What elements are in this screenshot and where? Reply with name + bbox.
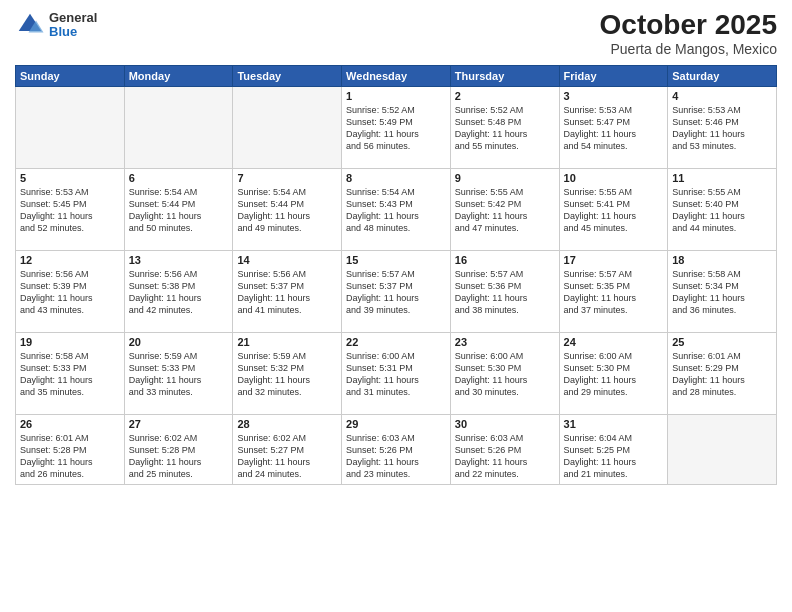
day-info: Sunrise: 5:54 AM Sunset: 5:43 PM Dayligh… — [346, 186, 446, 235]
day-info: Sunrise: 5:59 AM Sunset: 5:33 PM Dayligh… — [129, 350, 229, 399]
day-number: 21 — [237, 336, 337, 348]
weekday-header-sunday: Sunday — [16, 65, 125, 86]
day-info: Sunrise: 5:55 AM Sunset: 5:40 PM Dayligh… — [672, 186, 772, 235]
calendar-cell: 23Sunrise: 6:00 AM Sunset: 5:30 PM Dayli… — [450, 332, 559, 414]
calendar-cell: 9Sunrise: 5:55 AM Sunset: 5:42 PM Daylig… — [450, 168, 559, 250]
day-info: Sunrise: 6:03 AM Sunset: 5:26 PM Dayligh… — [455, 432, 555, 481]
day-info: Sunrise: 6:02 AM Sunset: 5:28 PM Dayligh… — [129, 432, 229, 481]
calendar-cell: 21Sunrise: 5:59 AM Sunset: 5:32 PM Dayli… — [233, 332, 342, 414]
weekday-header-thursday: Thursday — [450, 65, 559, 86]
day-number: 2 — [455, 90, 555, 102]
day-number: 28 — [237, 418, 337, 430]
day-info: Sunrise: 5:56 AM Sunset: 5:39 PM Dayligh… — [20, 268, 120, 317]
calendar-cell: 27Sunrise: 6:02 AM Sunset: 5:28 PM Dayli… — [124, 414, 233, 484]
calendar-cell: 15Sunrise: 5:57 AM Sunset: 5:37 PM Dayli… — [342, 250, 451, 332]
day-info: Sunrise: 6:00 AM Sunset: 5:31 PM Dayligh… — [346, 350, 446, 399]
logo-blue: Blue — [49, 25, 97, 39]
day-info: Sunrise: 5:55 AM Sunset: 5:42 PM Dayligh… — [455, 186, 555, 235]
calendar-cell: 26Sunrise: 6:01 AM Sunset: 5:28 PM Dayli… — [16, 414, 125, 484]
day-info: Sunrise: 6:00 AM Sunset: 5:30 PM Dayligh… — [455, 350, 555, 399]
calendar-cell: 12Sunrise: 5:56 AM Sunset: 5:39 PM Dayli… — [16, 250, 125, 332]
day-number: 24 — [564, 336, 664, 348]
calendar-cell: 4Sunrise: 5:53 AM Sunset: 5:46 PM Daylig… — [668, 86, 777, 168]
calendar-cell: 10Sunrise: 5:55 AM Sunset: 5:41 PM Dayli… — [559, 168, 668, 250]
calendar-cell: 3Sunrise: 5:53 AM Sunset: 5:47 PM Daylig… — [559, 86, 668, 168]
calendar-cell — [124, 86, 233, 168]
week-row-5: 26Sunrise: 6:01 AM Sunset: 5:28 PM Dayli… — [16, 414, 777, 484]
day-info: Sunrise: 5:54 AM Sunset: 5:44 PM Dayligh… — [129, 186, 229, 235]
day-number: 10 — [564, 172, 664, 184]
day-number: 31 — [564, 418, 664, 430]
calendar-cell — [233, 86, 342, 168]
calendar: SundayMondayTuesdayWednesdayThursdayFrid… — [15, 65, 777, 485]
day-number: 15 — [346, 254, 446, 266]
week-row-1: 1Sunrise: 5:52 AM Sunset: 5:49 PM Daylig… — [16, 86, 777, 168]
month-title: October 2025 — [600, 10, 777, 41]
day-info: Sunrise: 5:52 AM Sunset: 5:49 PM Dayligh… — [346, 104, 446, 153]
day-info: Sunrise: 5:57 AM Sunset: 5:35 PM Dayligh… — [564, 268, 664, 317]
day-number: 16 — [455, 254, 555, 266]
location-title: Puerta de Mangos, Mexico — [600, 41, 777, 57]
day-number: 26 — [20, 418, 120, 430]
day-number: 14 — [237, 254, 337, 266]
calendar-cell: 8Sunrise: 5:54 AM Sunset: 5:43 PM Daylig… — [342, 168, 451, 250]
day-number: 27 — [129, 418, 229, 430]
day-info: Sunrise: 6:04 AM Sunset: 5:25 PM Dayligh… — [564, 432, 664, 481]
week-row-3: 12Sunrise: 5:56 AM Sunset: 5:39 PM Dayli… — [16, 250, 777, 332]
day-number: 25 — [672, 336, 772, 348]
weekday-header-saturday: Saturday — [668, 65, 777, 86]
day-number: 22 — [346, 336, 446, 348]
day-info: Sunrise: 5:56 AM Sunset: 5:37 PM Dayligh… — [237, 268, 337, 317]
day-number: 29 — [346, 418, 446, 430]
day-info: Sunrise: 5:57 AM Sunset: 5:36 PM Dayligh… — [455, 268, 555, 317]
logo-general: General — [49, 11, 97, 25]
calendar-cell: 16Sunrise: 5:57 AM Sunset: 5:36 PM Dayli… — [450, 250, 559, 332]
calendar-cell: 2Sunrise: 5:52 AM Sunset: 5:48 PM Daylig… — [450, 86, 559, 168]
week-row-4: 19Sunrise: 5:58 AM Sunset: 5:33 PM Dayli… — [16, 332, 777, 414]
day-info: Sunrise: 5:57 AM Sunset: 5:37 PM Dayligh… — [346, 268, 446, 317]
calendar-cell: 20Sunrise: 5:59 AM Sunset: 5:33 PM Dayli… — [124, 332, 233, 414]
day-number: 9 — [455, 172, 555, 184]
day-number: 12 — [20, 254, 120, 266]
day-number: 20 — [129, 336, 229, 348]
calendar-cell: 7Sunrise: 5:54 AM Sunset: 5:44 PM Daylig… — [233, 168, 342, 250]
day-number: 3 — [564, 90, 664, 102]
day-info: Sunrise: 5:53 AM Sunset: 5:47 PM Dayligh… — [564, 104, 664, 153]
logo-icon — [15, 10, 45, 40]
day-number: 17 — [564, 254, 664, 266]
header: General Blue October 2025 Puerta de Mang… — [15, 10, 777, 57]
day-number: 18 — [672, 254, 772, 266]
weekday-header-friday: Friday — [559, 65, 668, 86]
calendar-cell: 13Sunrise: 5:56 AM Sunset: 5:38 PM Dayli… — [124, 250, 233, 332]
calendar-cell: 31Sunrise: 6:04 AM Sunset: 5:25 PM Dayli… — [559, 414, 668, 484]
day-info: Sunrise: 5:58 AM Sunset: 5:34 PM Dayligh… — [672, 268, 772, 317]
day-info: Sunrise: 5:56 AM Sunset: 5:38 PM Dayligh… — [129, 268, 229, 317]
calendar-cell: 14Sunrise: 5:56 AM Sunset: 5:37 PM Dayli… — [233, 250, 342, 332]
calendar-cell: 17Sunrise: 5:57 AM Sunset: 5:35 PM Dayli… — [559, 250, 668, 332]
day-number: 30 — [455, 418, 555, 430]
day-number: 8 — [346, 172, 446, 184]
day-info: Sunrise: 5:54 AM Sunset: 5:44 PM Dayligh… — [237, 186, 337, 235]
calendar-cell: 22Sunrise: 6:00 AM Sunset: 5:31 PM Dayli… — [342, 332, 451, 414]
calendar-cell: 29Sunrise: 6:03 AM Sunset: 5:26 PM Dayli… — [342, 414, 451, 484]
day-number: 13 — [129, 254, 229, 266]
day-number: 4 — [672, 90, 772, 102]
weekday-header-wednesday: Wednesday — [342, 65, 451, 86]
day-number: 23 — [455, 336, 555, 348]
day-info: Sunrise: 6:01 AM Sunset: 5:29 PM Dayligh… — [672, 350, 772, 399]
calendar-cell: 25Sunrise: 6:01 AM Sunset: 5:29 PM Dayli… — [668, 332, 777, 414]
day-info: Sunrise: 6:03 AM Sunset: 5:26 PM Dayligh… — [346, 432, 446, 481]
title-block: October 2025 Puerta de Mangos, Mexico — [600, 10, 777, 57]
weekday-header-row: SundayMondayTuesdayWednesdayThursdayFrid… — [16, 65, 777, 86]
weekday-header-tuesday: Tuesday — [233, 65, 342, 86]
calendar-cell — [668, 414, 777, 484]
day-number: 6 — [129, 172, 229, 184]
weekday-header-monday: Monday — [124, 65, 233, 86]
calendar-cell — [16, 86, 125, 168]
day-number: 11 — [672, 172, 772, 184]
calendar-cell: 18Sunrise: 5:58 AM Sunset: 5:34 PM Dayli… — [668, 250, 777, 332]
calendar-cell: 30Sunrise: 6:03 AM Sunset: 5:26 PM Dayli… — [450, 414, 559, 484]
day-info: Sunrise: 5:53 AM Sunset: 5:46 PM Dayligh… — [672, 104, 772, 153]
logo-text: General Blue — [49, 11, 97, 40]
day-number: 19 — [20, 336, 120, 348]
